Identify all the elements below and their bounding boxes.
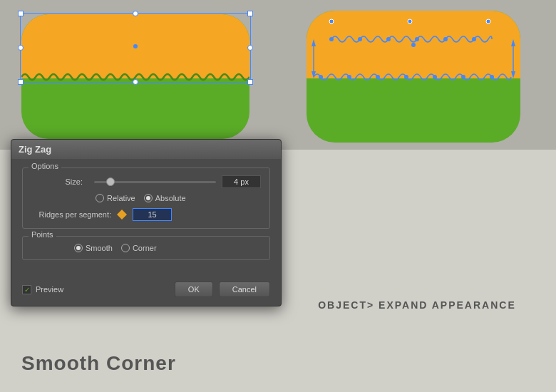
points-label: Points bbox=[29, 230, 56, 239]
orange-bar-right bbox=[307, 11, 520, 78]
orange-bar-left bbox=[21, 14, 249, 78]
absolute-label: Absolute bbox=[155, 194, 186, 202]
dialog-body: Options Size: Relative Abso bbox=[11, 159, 281, 276]
options-group: Options Size: Relative Abso bbox=[22, 167, 270, 229]
relative-radio[interactable]: Relative bbox=[96, 194, 135, 202]
dialog-titlebar[interactable]: Zig Zag bbox=[11, 140, 281, 159]
dialog-footer: ✓ Preview OK Cancel bbox=[11, 276, 281, 306]
right-canvas bbox=[278, 0, 556, 150]
points-group: Points Smooth Corner bbox=[22, 236, 270, 260]
handle-tr[interactable] bbox=[247, 11, 253, 16]
options-label: Options bbox=[29, 162, 61, 170]
preview-row[interactable]: ✓ Preview bbox=[22, 285, 63, 294]
relative-radio-circle[interactable] bbox=[96, 194, 104, 202]
size-slider[interactable] bbox=[94, 181, 216, 183]
ridges-input[interactable] bbox=[133, 208, 172, 221]
cancel-button[interactable]: Cancel bbox=[219, 282, 270, 297]
points-radio-group: Smooth Corner bbox=[74, 244, 157, 252]
preview-checkbox[interactable]: ✓ bbox=[22, 285, 31, 294]
points-radio-row: Smooth Corner bbox=[31, 244, 261, 252]
type-radio-group: Relative Absolute bbox=[96, 194, 186, 202]
corner-label: Corner bbox=[133, 244, 157, 252]
bottom-section: Smooth Corner bbox=[0, 335, 278, 392]
dialog-buttons: OK Cancel bbox=[175, 282, 270, 297]
ridges-label: Ridges per segment: bbox=[31, 210, 117, 219]
corner-radio-circle[interactable] bbox=[121, 244, 130, 252]
zigzag-dialog: Zig Zag Options Size: Relative bbox=[11, 139, 282, 306]
relative-label: Relative bbox=[107, 194, 135, 202]
center-point-left bbox=[133, 44, 138, 48]
expand-appearance-label: OBJECT> EXPAND APPEARANCE bbox=[299, 299, 535, 311]
center-point-right bbox=[411, 43, 416, 47]
size-row: Size: bbox=[31, 175, 261, 188]
size-input[interactable] bbox=[222, 175, 261, 188]
corner-radio[interactable]: Corner bbox=[121, 244, 157, 252]
absolute-radio-circle[interactable] bbox=[144, 194, 153, 202]
ok-button[interactable]: OK bbox=[175, 282, 213, 297]
smooth-radio[interactable]: Smooth bbox=[74, 244, 113, 252]
preview-label: Preview bbox=[36, 285, 63, 294]
size-label: Size: bbox=[31, 177, 88, 186]
handle-tl[interactable] bbox=[18, 11, 24, 16]
dialog-title: Zig Zag bbox=[19, 144, 51, 155]
size-slider-thumb[interactable] bbox=[106, 177, 115, 186]
smooth-radio-circle[interactable] bbox=[74, 244, 83, 252]
radio-row: Relative Absolute bbox=[31, 194, 261, 202]
smooth-corner-text: Smooth Corner bbox=[21, 352, 176, 375]
absolute-radio[interactable]: Absolute bbox=[144, 194, 186, 202]
left-canvas bbox=[0, 0, 278, 150]
ridges-slider-icon[interactable] bbox=[117, 210, 127, 220]
smooth-label: Smooth bbox=[86, 244, 113, 252]
ridges-row: Ridges per segment: bbox=[31, 208, 261, 221]
